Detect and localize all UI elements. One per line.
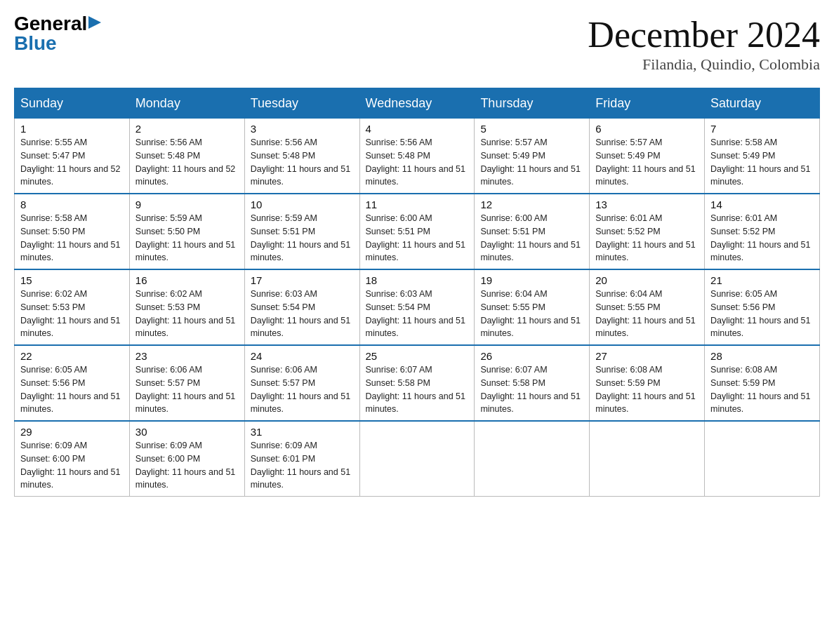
table-row: 22 Sunrise: 6:05 AMSunset: 5:56 PMDaylig… <box>15 345 130 421</box>
header-thursday: Thursday <box>475 88 590 119</box>
calendar-week-row: 29 Sunrise: 6:09 AMSunset: 6:00 PMDaylig… <box>15 421 820 497</box>
day-number: 9 <box>135 199 239 210</box>
day-info: Sunrise: 6:05 AMSunset: 5:56 PMDaylight:… <box>710 288 814 340</box>
calendar-table: Sunday Monday Tuesday Wednesday Thursday… <box>14 88 820 497</box>
day-info: Sunrise: 5:59 AMSunset: 5:50 PMDaylight:… <box>135 212 239 264</box>
table-row: 30 Sunrise: 6:09 AMSunset: 6:00 PMDaylig… <box>129 421 244 497</box>
day-info: Sunrise: 6:07 AMSunset: 5:58 PMDaylight:… <box>366 363 469 416</box>
table-row: 7 Sunrise: 5:58 AMSunset: 5:49 PMDayligh… <box>705 119 820 194</box>
day-info: Sunrise: 6:07 AMSunset: 5:58 PMDaylight:… <box>480 363 583 416</box>
calendar-week-row: 1 Sunrise: 5:55 AMSunset: 5:47 PMDayligh… <box>15 119 820 194</box>
header-tuesday: Tuesday <box>244 88 359 119</box>
table-row: 19 Sunrise: 6:04 AMSunset: 5:55 PMDaylig… <box>475 269 590 345</box>
location-title: Filandia, Quindio, Colombia <box>588 55 820 74</box>
table-row: 12 Sunrise: 6:00 AMSunset: 5:51 PMDaylig… <box>475 194 590 269</box>
day-info: Sunrise: 6:08 AMSunset: 5:59 PMDaylight:… <box>595 363 699 416</box>
table-row: 20 Sunrise: 6:04 AMSunset: 5:55 PMDaylig… <box>590 269 705 345</box>
day-number: 17 <box>251 274 354 286</box>
day-number: 4 <box>366 123 469 135</box>
logo: General Blue <box>14 14 101 53</box>
logo-arrow-icon <box>88 16 101 29</box>
table-row: 17 Sunrise: 6:03 AMSunset: 5:54 PMDaylig… <box>244 269 359 345</box>
day-info: Sunrise: 6:02 AMSunset: 5:53 PMDaylight:… <box>135 288 239 340</box>
table-row <box>359 421 475 497</box>
table-row: 21 Sunrise: 6:05 AMSunset: 5:56 PMDaylig… <box>705 269 820 345</box>
day-number: 5 <box>480 123 583 135</box>
month-title: December 2024 <box>588 14 820 55</box>
day-info: Sunrise: 6:09 AMSunset: 6:01 PMDaylight:… <box>251 439 354 492</box>
table-row: 13 Sunrise: 6:01 AMSunset: 5:52 PMDaylig… <box>590 194 705 269</box>
table-row: 3 Sunrise: 5:56 AMSunset: 5:48 PMDayligh… <box>244 119 359 194</box>
day-number: 30 <box>135 426 239 438</box>
table-row: 29 Sunrise: 6:09 AMSunset: 6:00 PMDaylig… <box>15 421 130 497</box>
table-row: 11 Sunrise: 6:00 AMSunset: 5:51 PMDaylig… <box>359 194 475 269</box>
day-info: Sunrise: 6:09 AMSunset: 6:00 PMDaylight:… <box>135 439 239 492</box>
page-header: General Blue December 2024 Filandia, Qui… <box>14 14 820 74</box>
day-number: 21 <box>710 274 814 286</box>
day-number: 16 <box>135 274 239 286</box>
table-row: 28 Sunrise: 6:08 AMSunset: 5:59 PMDaylig… <box>705 345 820 421</box>
day-info: Sunrise: 5:56 AMSunset: 5:48 PMDaylight:… <box>366 136 469 189</box>
header-sunday: Sunday <box>15 88 130 119</box>
calendar-week-row: 22 Sunrise: 6:05 AMSunset: 5:56 PMDaylig… <box>15 345 820 421</box>
day-number: 3 <box>251 123 354 135</box>
day-info: Sunrise: 5:59 AMSunset: 5:51 PMDaylight:… <box>251 212 354 264</box>
day-number: 25 <box>366 350 469 362</box>
day-number: 20 <box>595 274 699 286</box>
day-number: 2 <box>135 123 239 135</box>
table-row: 14 Sunrise: 6:01 AMSunset: 5:52 PMDaylig… <box>705 194 820 269</box>
day-number: 27 <box>595 350 699 362</box>
day-info: Sunrise: 6:04 AMSunset: 5:55 PMDaylight:… <box>595 288 699 340</box>
logo-blue-text: Blue <box>14 34 57 53</box>
table-row: 23 Sunrise: 6:06 AMSunset: 5:57 PMDaylig… <box>129 345 244 421</box>
day-info: Sunrise: 5:57 AMSunset: 5:49 PMDaylight:… <box>595 136 699 189</box>
day-number: 23 <box>135 350 239 362</box>
day-number: 6 <box>595 123 699 135</box>
table-row: 10 Sunrise: 5:59 AMSunset: 5:51 PMDaylig… <box>244 194 359 269</box>
day-number: 26 <box>480 350 583 362</box>
header-wednesday: Wednesday <box>359 88 475 119</box>
table-row: 16 Sunrise: 6:02 AMSunset: 5:53 PMDaylig… <box>129 269 244 345</box>
title-section: December 2024 Filandia, Quindio, Colombi… <box>588 14 820 74</box>
day-number: 22 <box>20 350 124 362</box>
day-info: Sunrise: 6:01 AMSunset: 5:52 PMDaylight:… <box>710 212 814 264</box>
day-number: 8 <box>20 199 124 210</box>
day-info: Sunrise: 6:04 AMSunset: 5:55 PMDaylight:… <box>480 288 583 340</box>
day-info: Sunrise: 6:06 AMSunset: 5:57 PMDaylight:… <box>135 363 239 416</box>
day-info: Sunrise: 5:56 AMSunset: 5:48 PMDaylight:… <box>251 136 354 189</box>
table-row: 27 Sunrise: 6:08 AMSunset: 5:59 PMDaylig… <box>590 345 705 421</box>
day-info: Sunrise: 5:56 AMSunset: 5:48 PMDaylight:… <box>135 136 239 189</box>
day-number: 29 <box>20 426 124 438</box>
day-number: 15 <box>20 274 124 286</box>
day-number: 14 <box>710 199 814 210</box>
table-row: 6 Sunrise: 5:57 AMSunset: 5:49 PMDayligh… <box>590 119 705 194</box>
table-row: 4 Sunrise: 5:56 AMSunset: 5:48 PMDayligh… <box>359 119 475 194</box>
day-number: 28 <box>710 350 814 362</box>
table-row <box>705 421 820 497</box>
day-number: 19 <box>480 274 583 286</box>
table-row: 5 Sunrise: 5:57 AMSunset: 5:49 PMDayligh… <box>475 119 590 194</box>
table-row: 15 Sunrise: 6:02 AMSunset: 5:53 PMDaylig… <box>15 269 130 345</box>
header-saturday: Saturday <box>705 88 820 119</box>
calendar-header-row: Sunday Monday Tuesday Wednesday Thursday… <box>15 88 820 119</box>
svg-marker-0 <box>88 16 101 29</box>
day-number: 18 <box>366 274 469 286</box>
day-number: 10 <box>251 199 354 210</box>
table-row <box>475 421 590 497</box>
table-row: 8 Sunrise: 5:58 AMSunset: 5:50 PMDayligh… <box>15 194 130 269</box>
day-info: Sunrise: 6:00 AMSunset: 5:51 PMDaylight:… <box>366 212 469 264</box>
day-info: Sunrise: 6:03 AMSunset: 5:54 PMDaylight:… <box>366 288 469 340</box>
day-number: 12 <box>480 199 583 210</box>
day-info: Sunrise: 5:58 AMSunset: 5:49 PMDaylight:… <box>710 136 814 189</box>
day-number: 7 <box>710 123 814 135</box>
table-row: 2 Sunrise: 5:56 AMSunset: 5:48 PMDayligh… <box>129 119 244 194</box>
day-number: 24 <box>251 350 354 362</box>
day-info: Sunrise: 6:08 AMSunset: 5:59 PMDaylight:… <box>710 363 814 416</box>
day-info: Sunrise: 6:05 AMSunset: 5:56 PMDaylight:… <box>20 363 124 416</box>
table-row: 1 Sunrise: 5:55 AMSunset: 5:47 PMDayligh… <box>15 119 130 194</box>
day-number: 11 <box>366 199 469 210</box>
day-number: 31 <box>251 426 354 438</box>
table-row: 9 Sunrise: 5:59 AMSunset: 5:50 PMDayligh… <box>129 194 244 269</box>
table-row: 18 Sunrise: 6:03 AMSunset: 5:54 PMDaylig… <box>359 269 475 345</box>
day-info: Sunrise: 6:09 AMSunset: 6:00 PMDaylight:… <box>20 439 124 492</box>
